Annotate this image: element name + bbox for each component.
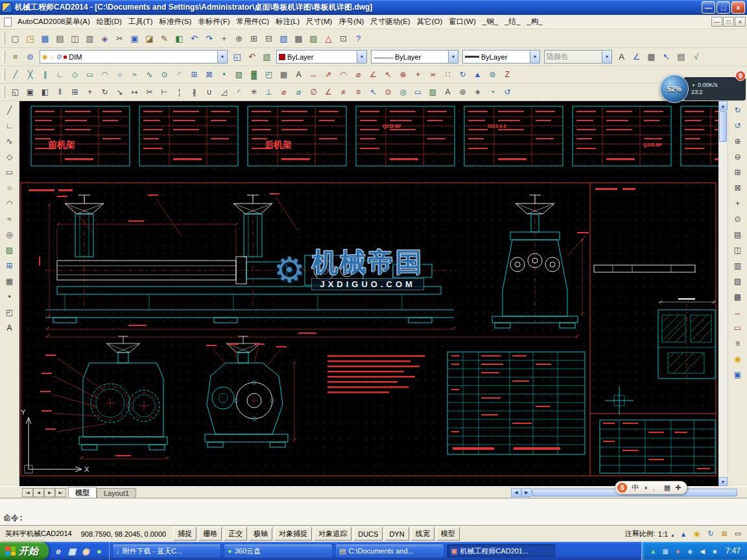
speed-monitor-widget[interactable]: 52% 0.00K/s 23:2 9 — [660, 74, 746, 104]
mdi-minimize-button[interactable]: — — [711, 17, 722, 27]
array-icon[interactable]: ⊞ — [67, 85, 82, 99]
help-icon[interactable]: ? — [351, 31, 366, 45]
zoom-realtime-icon[interactable]: ⊕ — [231, 31, 246, 45]
sogou-lang-icon[interactable]: 中 — [632, 484, 639, 491]
color-combo[interactable]: ByLayer — [276, 50, 367, 64]
distance-icon[interactable]: ↔ — [729, 305, 746, 320]
new-file-icon[interactable]: ▢ — [8, 31, 23, 45]
chevron-down-icon[interactable] — [357, 51, 366, 63]
viewports-icon[interactable]: ◫ — [729, 242, 746, 258]
input-method-bar[interactable]: S 中◑、▦✚ — [615, 481, 687, 495]
taskbar-task-button[interactable]: ▣ 机械工程师CAD201... — [447, 544, 556, 558]
join-icon[interactable]: ∪ — [202, 85, 217, 99]
mirror-icon[interactable]: ◧ — [38, 85, 53, 99]
copy-object-icon[interactable]: ▣ — [23, 85, 38, 99]
annotation-visibility-icon[interactable]: ◉ — [691, 528, 703, 540]
print-preview-icon[interactable]: ◫ — [67, 31, 82, 45]
break-icon[interactable]: ∦ — [187, 85, 202, 99]
vertical-scrollbar[interactable] — [718, 101, 728, 486]
layer-states-icon[interactable]: ⊜ — [23, 50, 38, 64]
hide-icon[interactable]: ▥ — [729, 258, 746, 274]
table-style-icon[interactable]: ▦ — [644, 50, 659, 64]
ellipse-icon[interactable]: ⊙ — [157, 67, 172, 82]
gradient-icon[interactable]: ▓ — [246, 67, 261, 82]
circle-icon[interactable]: ○ — [112, 67, 127, 82]
menu-item[interactable]: 窗口(W) — [445, 16, 479, 28]
zoom-previous-icon[interactable]: ⊟ — [261, 31, 276, 45]
tray-volume-icon[interactable]: ◀ — [698, 546, 707, 556]
arc-edit-icon[interactable]: ◔ — [485, 85, 500, 99]
menu-item[interactable]: 常用件(C) — [233, 16, 272, 28]
move-icon[interactable]: + — [82, 85, 97, 99]
menu-item[interactable]: 尺寸驱动(E) — [367, 16, 413, 28]
annotation-scale-value[interactable]: 1:1 — [658, 530, 668, 538]
polygon-tool-icon[interactable]: ◇ — [1, 149, 18, 165]
rectangle-icon[interactable]: ▭ — [82, 67, 97, 82]
offset-icon[interactable]: ‖ — [53, 85, 67, 99]
erase-icon[interactable]: ◱ — [8, 85, 23, 99]
drawing-area[interactable]: 前机架 后机架 Q235-BF Q235-BF 2013-3-3 — [19, 101, 718, 486]
rectangle-tool-icon[interactable]: ▭ — [1, 165, 18, 180]
dim-baseline-icon[interactable]: ≍ — [425, 67, 440, 82]
command-window[interactable]: 命令: — [0, 498, 747, 526]
status-toggle-button[interactable]: 线宽 — [411, 527, 434, 541]
redo-icon[interactable]: ↷ — [202, 31, 217, 45]
zoom-out-icon[interactable]: ⊖ — [729, 149, 746, 165]
restore-button[interactable]: □ — [717, 1, 730, 14]
zoom-extents-icon[interactable]: ⊠ — [729, 180, 746, 196]
diameter-symbol-cyan-icon[interactable]: ⌀ — [291, 85, 306, 99]
zoom-in-icon[interactable]: ⊕ — [729, 134, 746, 149]
construction-line-icon[interactable]: ╳ — [23, 67, 38, 82]
menu-item[interactable]: _钢_ — [479, 16, 501, 28]
zoom-window-tool-icon[interactable]: ⊞ — [729, 165, 746, 180]
multileader-icon[interactable]: ↖ — [366, 85, 381, 99]
standards-icon[interactable]: √ — [689, 50, 704, 64]
tab-nav-button[interactable]: ◀ — [33, 488, 44, 497]
make-layer-current-icon[interactable]: ◱ — [230, 50, 244, 64]
edit-text-icon[interactable]: A — [440, 85, 455, 99]
notification-badge[interactable]: 9 — [735, 71, 746, 81]
layout-tab[interactable]: Layout1 — [97, 488, 136, 498]
copy-icon[interactable]: ▣ — [127, 31, 142, 45]
menu-item[interactable]: AutoCAD2008菜单(A) — [14, 16, 93, 28]
markup-icon[interactable]: △ — [321, 31, 336, 45]
status-toggle-button[interactable]: 栅格 — [198, 527, 222, 541]
taskbar-task-button[interactable]: ▤ C:\Documents and... — [335, 544, 444, 558]
revision-cloud-icon[interactable]: ≈ — [127, 67, 142, 82]
menu-item[interactable]: 序号(N) — [335, 16, 367, 28]
menu-item[interactable]: 绘图(D) — [93, 16, 125, 28]
empty-set-icon[interactable]: ∅ — [306, 85, 321, 99]
orbit-icon[interactable]: ⊙ — [729, 211, 746, 227]
scroll-right-icon[interactable] — [521, 488, 532, 497]
named-views-icon[interactable]: ▤ — [729, 227, 746, 242]
close-button[interactable]: × — [731, 1, 745, 14]
calculator-icon[interactable]: ⊡ — [336, 31, 351, 45]
show-desktop-icon[interactable]: ▦ — [66, 545, 78, 557]
rotate-icon[interactable]: ↻ — [97, 85, 112, 99]
donut-tool-icon[interactable]: ◎ — [1, 227, 18, 242]
hatch-tool-icon[interactable]: ▨ — [1, 242, 18, 258]
cloud-tool-icon[interactable]: ≈ — [1, 211, 18, 227]
dim-style-icon[interactable]: ∠ — [629, 50, 644, 64]
dim-jog-icon[interactable]: Z — [500, 67, 515, 82]
scroll-down-icon[interactable] — [718, 477, 728, 486]
tray-network-icon[interactable]: ■ — [710, 546, 720, 556]
tray-input-icon[interactable]: ▦ — [661, 546, 670, 556]
status-toggle-button[interactable]: 正交 — [224, 527, 247, 541]
scrollbar-track[interactable] — [738, 488, 744, 497]
ellipse-arc-icon[interactable]: ◜ — [172, 67, 187, 82]
extend-icon[interactable]: ⊢ — [157, 85, 172, 99]
insert-block-icon[interactable]: ⊞ — [187, 67, 202, 82]
status-toggle-button[interactable]: 对象捕捉 — [274, 527, 312, 541]
properties-panel-icon[interactable]: ▣ — [729, 367, 746, 382]
point-icon[interactable]: • — [217, 67, 231, 82]
fillet-icon[interactable]: ◜ — [231, 85, 246, 99]
ie-quicklaunch-icon[interactable]: e — [53, 545, 64, 557]
table-icon[interactable]: ▦ — [276, 67, 291, 82]
sogou-punct-icon[interactable]: 、 — [652, 484, 659, 491]
properties-icon[interactable]: ▧ — [276, 31, 291, 45]
measure-icon[interactable]: ∗ — [470, 85, 485, 99]
mtext-icon[interactable]: A — [291, 67, 306, 82]
trim-icon[interactable]: ✂ — [142, 85, 157, 99]
shade-icon[interactable]: ▧ — [729, 274, 746, 289]
